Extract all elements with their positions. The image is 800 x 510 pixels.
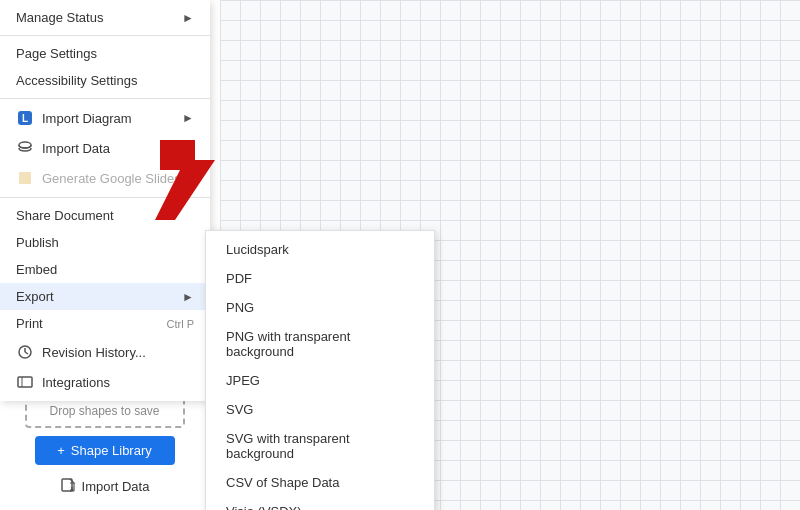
export-submenu: Lucidspark PDF PNG PNG with transparent … — [205, 230, 435, 510]
main-menu: Manage Status ► Page Settings Accessibil… — [0, 0, 210, 401]
svg-label: SVG — [226, 402, 253, 417]
menu-item-integrations[interactable]: Integrations — [0, 367, 210, 397]
data-icon — [16, 139, 34, 157]
svg-text:L: L — [22, 113, 28, 124]
menu-item-manage-status[interactable]: Manage Status ► — [0, 4, 210, 31]
manage-status-label: Manage Status — [16, 10, 103, 25]
export-lucidspark[interactable]: Lucidspark — [206, 235, 434, 264]
shape-library-label: Shape Library — [71, 443, 152, 458]
visio-vsdx-label: Visio (VSDX) — [226, 504, 302, 510]
manage-status-arrow: ► — [182, 11, 194, 25]
import-diagram-arrow: ► — [182, 111, 194, 125]
lucid-icon: L — [16, 109, 34, 127]
svg-rect-3 — [19, 172, 31, 184]
svg-rect-7 — [18, 377, 32, 387]
svg-line-6 — [25, 352, 28, 354]
export-png[interactable]: PNG — [206, 293, 434, 322]
shape-library-button[interactable]: + Shape Library — [35, 436, 175, 465]
revision-history-label: Revision History... — [42, 345, 146, 360]
import-data-label: Import Data — [42, 141, 110, 156]
export-svg[interactable]: SVG — [206, 395, 434, 424]
import-data-bottom-label: Import Data — [82, 479, 150, 494]
export-pdf[interactable]: PDF — [206, 264, 434, 293]
divider-2 — [0, 98, 210, 99]
page-settings-label: Page Settings — [16, 46, 97, 61]
menu-item-import-data[interactable]: Import Data — [0, 133, 210, 163]
jpeg-label: JPEG — [226, 373, 260, 388]
import-data-row[interactable]: Import Data — [60, 473, 150, 500]
export-jpeg[interactable]: JPEG — [206, 366, 434, 395]
csv-label: CSV of Shape Data — [226, 475, 339, 490]
menu-item-share-document[interactable]: Share Document — [0, 202, 210, 229]
export-arrow: ► — [182, 290, 194, 304]
embed-label: Embed — [16, 262, 57, 277]
generate-google-slides-label: Generate Google Slides — [42, 171, 181, 186]
menu-item-generate-google-slides: Generate Google Slides — [0, 163, 210, 193]
pdf-label: PDF — [226, 271, 252, 286]
divider-1 — [0, 35, 210, 36]
shape-library-plus-icon: + — [57, 443, 65, 458]
menu-item-export[interactable]: Export ► — [0, 283, 210, 310]
png-transparent-label: PNG with transparent background — [226, 329, 414, 359]
export-label: Export — [16, 289, 54, 304]
svg-transparent-label: SVG with transparent background — [226, 431, 414, 461]
share-document-label: Share Document — [16, 208, 114, 223]
slides-icon — [16, 169, 34, 187]
lucidspark-label: Lucidspark — [226, 242, 289, 257]
integrations-label: Integrations — [42, 375, 110, 390]
export-svg-transparent[interactable]: SVG with transparent background — [206, 424, 434, 468]
drop-shapes-label: Drop shapes to save — [49, 404, 159, 418]
menu-item-print[interactable]: Print Ctrl P — [0, 310, 210, 337]
menu-item-embed[interactable]: Embed — [0, 256, 210, 283]
export-csv[interactable]: CSV of Shape Data — [206, 468, 434, 497]
menu-item-page-settings[interactable]: Page Settings — [0, 40, 210, 67]
export-png-transparent[interactable]: PNG with transparent background — [206, 322, 434, 366]
png-label: PNG — [226, 300, 254, 315]
menu-item-import-diagram[interactable]: L Import Diagram ► — [0, 103, 210, 133]
menu-item-accessibility-settings[interactable]: Accessibility Settings — [0, 67, 210, 94]
accessibility-settings-label: Accessibility Settings — [16, 73, 137, 88]
import-diagram-label: Import Diagram — [42, 111, 132, 126]
menu-item-revision-history[interactable]: Revision History... — [0, 337, 210, 367]
menu-item-publish[interactable]: Publish — [0, 229, 210, 256]
clock-icon — [16, 343, 34, 361]
divider-3 — [0, 197, 210, 198]
print-shortcut: Ctrl P — [167, 318, 195, 330]
integrations-icon — [16, 373, 34, 391]
import-data-icon — [60, 477, 76, 496]
print-label: Print — [16, 316, 43, 331]
publish-label: Publish — [16, 235, 59, 250]
export-visio-vsdx[interactable]: Visio (VSDX) — [206, 497, 434, 510]
